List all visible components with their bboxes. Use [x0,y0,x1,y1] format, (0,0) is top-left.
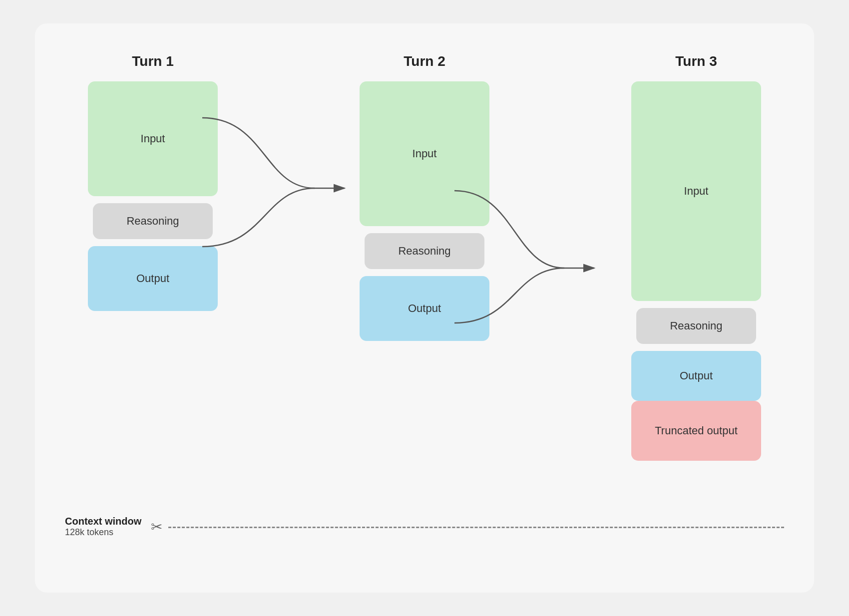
turn1-reasoning-block: Reasoning [93,203,213,239]
turn2-output-block: Output [360,276,489,341]
turn3-title: Turn 3 [675,53,717,69]
turn2-title: Turn 2 [404,53,445,69]
context-subtitle: 128k tokens [65,527,113,538]
turn2-reasoning-label: Reasoning [398,245,450,258]
scissors-icon: ✂ [151,519,162,535]
context-label: Context window 128k tokens [65,516,145,538]
turn2-column: Turn 2 Input Reasoning Output [355,53,494,341]
columns-layout: Turn 1 Input Reasoning Output Turn 2 Inp… [65,43,784,461]
turn1-reasoning-label: Reasoning [126,215,179,228]
turn2-reasoning-block: Reasoning [365,233,484,269]
turn2-input-label: Input [413,147,437,160]
turn3-truncated-label: Truncated output [655,423,738,439]
turn1-input-label: Input [141,132,165,145]
turn1-input-block: Input [88,81,218,196]
diagram-container: Turn 1 Input Reasoning Output Turn 2 Inp… [35,23,814,593]
turn3-input-label: Input [684,185,709,198]
turn3-output-block: Output [631,351,761,401]
turn1-output-block: Output [88,246,218,311]
context-title: Context window [65,516,141,527]
turn2-output-label: Output [408,302,441,315]
context-window-row: Context window 128k tokens ✂ [65,516,784,538]
turn3-reasoning-label: Reasoning [670,319,722,332]
turn1-column: Turn 1 Input Reasoning Output [83,53,223,311]
turn1-title: Turn 1 [132,53,173,69]
turn3-output-label: Output [680,369,713,382]
turn3-truncated-block: Truncated output [631,401,761,461]
turn1-output-label: Output [136,272,169,285]
turn3-reasoning-block: Reasoning [636,308,756,344]
turn2-input-block: Input [360,81,489,226]
context-dashed-line [168,527,784,528]
turn3-input-block: Input [631,81,761,301]
turn3-column: Turn 3 Input Reasoning Output Truncated … [626,53,766,461]
